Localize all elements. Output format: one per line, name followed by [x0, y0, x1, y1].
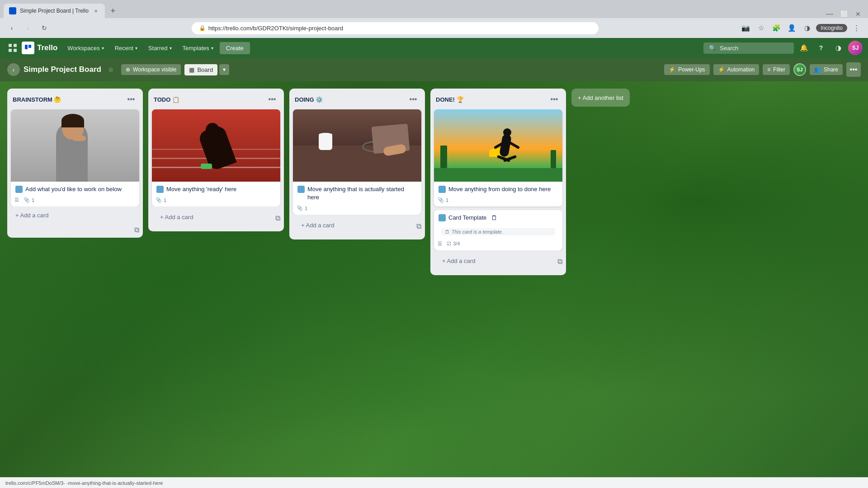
board-header-actions: ⚡ Power-Ups ⚡ Automation ≡ Filter SJ 👥 S… — [664, 62, 861, 77]
add-card-todo[interactable]: + Add a card — [156, 210, 272, 224]
help-button[interactable]: ? — [814, 41, 828, 55]
workspaces-label: Workspaces — [67, 45, 99, 52]
camera-icon[interactable]: 📷 — [739, 22, 752, 34]
list-menu-todo[interactable]: ••• — [266, 93, 278, 106]
extensions-icon[interactable]: 🧩 — [770, 22, 783, 34]
board-content: BRAINSTORM 🤔 ••• — [0, 81, 868, 477]
card-todo-1[interactable]: Move anything 'ready' here 📎 1 — [152, 109, 280, 206]
list-cards-done: Move anything from doing to done here 📎 … — [430, 109, 566, 250]
svg-rect-5 — [28, 45, 31, 48]
maximize-button[interactable]: ⬜ — [840, 10, 848, 18]
card-title-3: Move anything that is actually started h… — [297, 185, 417, 202]
theme-icon[interactable]: ◑ — [801, 22, 813, 34]
active-tab[interactable]: Simple Project Board | Trello ✕ — [4, 4, 105, 18]
board-view-button[interactable]: ▦ Board — [184, 64, 217, 75]
list-template-icon-todo[interactable]: ⧉ — [275, 214, 280, 222]
svg-rect-2 — [9, 49, 12, 52]
card-brainstorm-1[interactable]: Add what you'd like to work on below ☰ 📎… — [11, 109, 139, 206]
recent-chevron-icon: ▾ — [135, 46, 137, 51]
list-template-icon-doing[interactable]: ⧉ — [416, 222, 421, 230]
board-more-button[interactable]: ••• — [846, 62, 861, 77]
contrast-icon: ◑ — [835, 44, 841, 52]
card-description-5: ☰ — [438, 241, 442, 247]
list-template-icon-done[interactable]: ⧉ — [557, 258, 562, 266]
list-todo: TODO 📋 ••• — [148, 89, 284, 231]
automation-button[interactable]: ⚡ Automation — [713, 64, 760, 75]
back-nav-button[interactable]: ‹ — [5, 22, 18, 34]
incognito-badge[interactable]: Incognito — [816, 24, 847, 32]
status-bar: trello.com/c/PF5mDoSM/3- -move-anything-… — [0, 477, 868, 488]
attachment-icon: 📎 — [24, 197, 30, 203]
tab-close-button[interactable]: ✕ — [92, 7, 99, 14]
templates-menu[interactable]: Templates ▾ — [178, 42, 218, 54]
close-button[interactable]: ✕ — [855, 10, 861, 18]
lock-icon: 🔒 — [199, 25, 206, 31]
share-button[interactable]: 👥 Share — [810, 64, 843, 75]
bookmark-star-icon[interactable]: ☆ — [755, 22, 767, 34]
address-bar[interactable]: 🔒 https://trello.com/b/GDR2OTKt/simple-p… — [192, 22, 599, 34]
card-template-1[interactable]: Card Template 🗒 🗒 This card is a templat… — [434, 210, 562, 250]
notifications-button[interactable]: 🔔 — [797, 41, 811, 55]
board-view-label: Board — [197, 66, 213, 73]
member-avatar[interactable]: SJ — [793, 63, 806, 76]
star-board-button[interactable]: ☆ — [105, 63, 118, 76]
filter-icon: ≡ — [767, 66, 770, 73]
card-attachment-3: 📎 1 — [297, 205, 307, 211]
theme-toggle-button[interactable]: ◑ — [831, 41, 845, 55]
back-button[interactable]: ‹ — [7, 63, 20, 76]
card-title-5: Card Template 🗒 — [439, 214, 558, 223]
search-placeholder: Search — [720, 45, 738, 52]
power-ups-button[interactable]: ⚡ Power-Ups — [664, 64, 709, 75]
workspaces-menu[interactable]: Workspaces ▾ — [63, 42, 108, 54]
list-menu-doing[interactable]: ••• — [407, 93, 420, 106]
card-done-1[interactable]: Move anything from doing to done here 📎 … — [434, 109, 562, 206]
starred-menu[interactable]: Starred ▾ — [144, 42, 176, 54]
list-header-brainstorm: BRAINSTORM 🤔 ••• — [7, 89, 143, 109]
add-card-done[interactable]: + Add a card — [438, 254, 554, 268]
template-badge-icon: 🗒 — [445, 229, 450, 235]
help-icon: ? — [819, 44, 823, 52]
visibility-button[interactable]: ⊕ Workspace visible — [121, 64, 181, 75]
card-icon-2 — [156, 186, 164, 193]
power-ups-label: Power-Ups — [678, 66, 705, 73]
card-attachment-1: 📎 1 — [24, 197, 34, 203]
user-avatar[interactable]: SJ — [848, 41, 863, 55]
filter-button[interactable]: ≡ Filter — [763, 64, 790, 75]
add-card-brainstorm[interactable]: + Add a card — [11, 208, 139, 222]
star-icon: ☆ — [108, 66, 114, 73]
svg-rect-1 — [14, 44, 17, 47]
list-cards-todo: Move anything 'ready' here 📎 1 — [148, 109, 284, 206]
board-view-chevron-button[interactable]: ▾ — [219, 64, 229, 75]
list-menu-done[interactable]: ••• — [548, 93, 561, 106]
search-box[interactable]: 🔍 Search — [703, 42, 794, 54]
tab-title: Simple Project Board | Trello — [20, 8, 89, 14]
card-title-4: Move anything from doing to done here — [439, 185, 558, 193]
add-list-button[interactable]: + Add another list — [571, 89, 630, 107]
template-icon: 🗒 — [491, 214, 497, 223]
tab-bar: Simple Project Board | Trello ✕ + — ⬜ ✕ — [0, 0, 868, 18]
card-image-jump — [434, 109, 562, 182]
new-tab-button[interactable]: + — [107, 5, 119, 17]
card-body-4: Move anything from doing to done here — [434, 182, 562, 195]
profile-icon[interactable]: 👤 — [785, 22, 798, 34]
more-options-icon[interactable]: ⋮ — [850, 22, 863, 34]
card-body-2: Move anything 'ready' here — [152, 182, 280, 195]
add-card-doing[interactable]: + Add a card — [297, 218, 413, 232]
create-button[interactable]: Create — [220, 42, 250, 54]
card-icon-1 — [15, 186, 23, 193]
card-image-desk — [293, 109, 421, 182]
board-title[interactable]: Simple Project Board — [24, 65, 101, 74]
automation-label: Automation — [727, 66, 755, 73]
apps-grid-icon[interactable] — [5, 41, 20, 55]
minimize-button[interactable]: — — [826, 10, 833, 18]
card-doing-1[interactable]: ✏ Move anything that is actually started… — [293, 109, 421, 215]
attachment-icon-4: 📎 — [438, 197, 444, 203]
list-template-icon-brainstorm[interactable]: ⧉ — [134, 226, 139, 234]
trello-logo[interactable]: Trello — [22, 42, 57, 54]
list-menu-brainstorm[interactable]: ••• — [125, 93, 137, 106]
card-footer-5: ☰ ☑ 3/4 — [434, 239, 562, 250]
forward-nav-button[interactable]: › — [22, 22, 34, 34]
refresh-button[interactable]: ↻ — [38, 22, 51, 34]
recent-menu[interactable]: Recent ▾ — [110, 42, 142, 54]
list-header-done: DONE! 🏆 ••• — [430, 89, 566, 109]
